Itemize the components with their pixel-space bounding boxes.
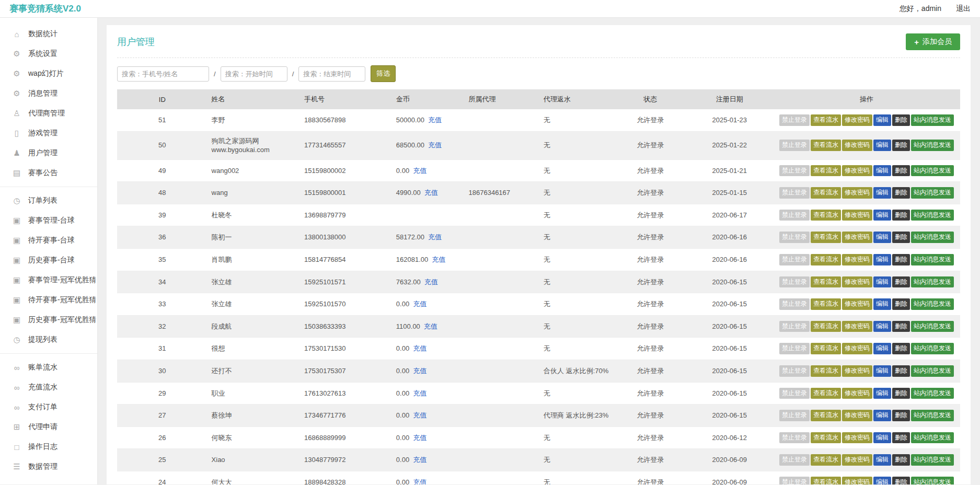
- edit-button[interactable]: 编辑: [873, 343, 891, 354]
- change-password-button[interactable]: 修改密码: [842, 388, 872, 399]
- logout-link[interactable]: 退出: [956, 4, 971, 14]
- change-password-button[interactable]: 修改密码: [842, 454, 872, 466]
- sidebar-item-0-7[interactable]: ▤赛事公告: [0, 163, 97, 183]
- recharge-link[interactable]: 充值: [413, 367, 426, 375]
- sidebar-item-2-4[interactable]: □操作日志: [0, 437, 97, 457]
- delete-button[interactable]: 删除: [892, 232, 910, 243]
- send-message-button[interactable]: 站内消息发送: [911, 187, 954, 199]
- edit-button[interactable]: 编辑: [873, 254, 891, 265]
- ban-login-button[interactable]: 禁止登录: [779, 454, 810, 466]
- search-start-time-input[interactable]: [221, 66, 287, 82]
- send-message-button[interactable]: 站内消息发送: [911, 321, 954, 332]
- change-password-button[interactable]: 修改密码: [842, 321, 872, 332]
- send-message-button[interactable]: 站内消息发送: [911, 254, 954, 265]
- change-password-button[interactable]: 修改密码: [842, 477, 872, 484]
- sidebar-item-0-6[interactable]: ♟用户管理: [0, 143, 97, 163]
- sidebar-item-1-1[interactable]: ▣赛事管理-台球: [0, 211, 97, 230]
- ban-login-button[interactable]: 禁止登录: [779, 410, 810, 421]
- delete-button[interactable]: 删除: [892, 276, 910, 288]
- sidebar-item-1-0[interactable]: ◷订单列表: [0, 191, 97, 211]
- send-message-button[interactable]: 站内消息发送: [911, 410, 954, 421]
- sidebar-item-2-5[interactable]: ☰数据管理: [0, 457, 97, 477]
- ban-login-button[interactable]: 禁止登录: [779, 187, 810, 199]
- edit-button[interactable]: 编辑: [873, 232, 891, 243]
- filter-button[interactable]: 筛选: [371, 65, 396, 82]
- sidebar-item-1-5[interactable]: ▣待开赛事-冠军优胜猜: [0, 290, 97, 310]
- ban-login-button[interactable]: 禁止登录: [779, 140, 810, 151]
- sidebar-item-0-0[interactable]: ⌂数据统计: [0, 24, 97, 44]
- recharge-link[interactable]: 充值: [413, 478, 426, 484]
- view-flow-button[interactable]: 查看流水: [811, 321, 841, 332]
- view-flow-button[interactable]: 查看流水: [811, 298, 841, 310]
- delete-button[interactable]: 删除: [892, 210, 910, 221]
- recharge-link[interactable]: 充值: [413, 389, 426, 397]
- ban-login-button[interactable]: 禁止登录: [779, 114, 810, 126]
- send-message-button[interactable]: 站内消息发送: [911, 477, 954, 484]
- view-flow-button[interactable]: 查看流水: [811, 254, 841, 265]
- delete-button[interactable]: 删除: [892, 187, 910, 199]
- sidebar-item-1-2[interactable]: ▣待开赛事-台球: [0, 230, 97, 250]
- change-password-button[interactable]: 修改密码: [842, 254, 872, 265]
- view-flow-button[interactable]: 查看流水: [811, 140, 841, 151]
- edit-button[interactable]: 编辑: [873, 140, 891, 151]
- view-flow-button[interactable]: 查看流水: [811, 365, 841, 377]
- send-message-button[interactable]: 站内消息发送: [911, 232, 954, 243]
- change-password-button[interactable]: 修改密码: [842, 343, 872, 354]
- view-flow-button[interactable]: 查看流水: [811, 410, 841, 421]
- sidebar-item-2-3[interactable]: ⊞代理申请: [0, 417, 97, 437]
- search-end-time-input[interactable]: [298, 66, 365, 82]
- view-flow-button[interactable]: 查看流水: [811, 454, 841, 466]
- ban-login-button[interactable]: 禁止登录: [779, 165, 810, 177]
- view-flow-button[interactable]: 查看流水: [811, 276, 841, 288]
- change-password-button[interactable]: 修改密码: [842, 365, 872, 377]
- add-member-button[interactable]: + 添加会员: [906, 33, 960, 50]
- view-flow-button[interactable]: 查看流水: [811, 432, 841, 444]
- edit-button[interactable]: 编辑: [873, 321, 891, 332]
- view-flow-button[interactable]: 查看流水: [811, 210, 841, 221]
- ban-login-button[interactable]: 禁止登录: [779, 477, 810, 484]
- send-message-button[interactable]: 站内消息发送: [911, 165, 954, 177]
- sidebar-item-2-1[interactable]: ∞充值流水: [0, 377, 97, 397]
- recharge-link[interactable]: 充值: [413, 167, 426, 175]
- edit-button[interactable]: 编辑: [873, 477, 891, 484]
- ban-login-button[interactable]: 禁止登录: [779, 276, 810, 288]
- sidebar-item-0-5[interactable]: ▯游戏管理: [0, 123, 97, 143]
- recharge-link[interactable]: 充值: [432, 256, 445, 263]
- ban-login-button[interactable]: 禁止登录: [779, 210, 810, 221]
- send-message-button[interactable]: 站内消息发送: [911, 432, 954, 444]
- sidebar-item-1-4[interactable]: ▣赛事管理-冠军优胜猜: [0, 270, 97, 290]
- send-message-button[interactable]: 站内消息发送: [911, 140, 954, 151]
- change-password-button[interactable]: 修改密码: [842, 298, 872, 310]
- recharge-link[interactable]: 充值: [424, 278, 438, 286]
- edit-button[interactable]: 编辑: [873, 165, 891, 177]
- sidebar-item-1-6[interactable]: ▣历史赛事-冠军优胜猜: [0, 310, 97, 330]
- sidebar-item-0-4[interactable]: ♙代理商管理: [0, 103, 97, 123]
- delete-button[interactable]: 删除: [892, 114, 910, 126]
- recharge-link[interactable]: 充值: [424, 189, 438, 197]
- send-message-button[interactable]: 站内消息发送: [911, 388, 954, 399]
- recharge-link[interactable]: 充值: [428, 116, 442, 124]
- view-flow-button[interactable]: 查看流水: [811, 388, 841, 399]
- edit-button[interactable]: 编辑: [873, 298, 891, 310]
- ban-login-button[interactable]: 禁止登录: [779, 343, 810, 354]
- edit-button[interactable]: 编辑: [873, 410, 891, 421]
- edit-button[interactable]: 编辑: [873, 388, 891, 399]
- sidebar-item-0-2[interactable]: ⚙wap幻灯片: [0, 64, 97, 84]
- edit-button[interactable]: 编辑: [873, 114, 891, 126]
- change-password-button[interactable]: 修改密码: [842, 276, 872, 288]
- edit-button[interactable]: 编辑: [873, 454, 891, 466]
- ban-login-button[interactable]: 禁止登录: [779, 254, 810, 265]
- delete-button[interactable]: 删除: [892, 410, 910, 421]
- delete-button[interactable]: 删除: [892, 343, 910, 354]
- send-message-button[interactable]: 站内消息发送: [911, 365, 954, 377]
- search-keyword-input[interactable]: [117, 66, 209, 82]
- sidebar-item-2-0[interactable]: ∞账单流水: [0, 357, 97, 377]
- recharge-link[interactable]: 充值: [413, 344, 426, 352]
- change-password-button[interactable]: 修改密码: [842, 187, 872, 199]
- change-password-button[interactable]: 修改密码: [842, 165, 872, 177]
- ban-login-button[interactable]: 禁止登录: [779, 388, 810, 399]
- ban-login-button[interactable]: 禁止登录: [779, 321, 810, 332]
- delete-button[interactable]: 删除: [892, 321, 910, 332]
- view-flow-button[interactable]: 查看流水: [811, 232, 841, 243]
- change-password-button[interactable]: 修改密码: [842, 432, 872, 444]
